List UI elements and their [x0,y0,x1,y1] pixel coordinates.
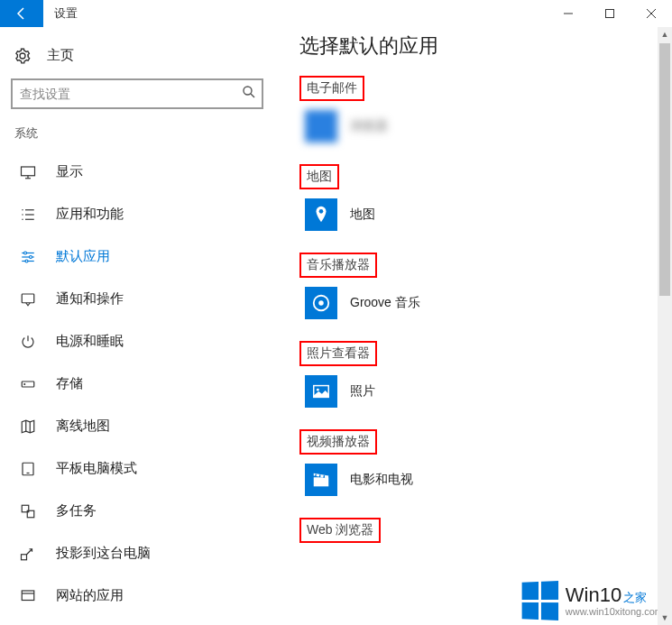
window-title: 设置 [43,0,548,27]
main-panel: 选择默认的应用 电子邮件 浏览器 地图 地图 音乐播放器 Groove 音乐 照… [274,27,672,625]
svg-point-18 [30,255,32,258]
section-label: 视频播放器 [299,429,377,455]
defaults-icon [20,249,36,265]
page-heading: 选择默认的应用 [299,32,672,60]
svg-line-5 [251,94,254,97]
app-icon [305,375,337,408]
nav-label: 显示 [56,163,83,180]
app-name: Groove 音乐 [350,295,420,311]
nav-item-9[interactable]: 投影到这台电脑 [0,532,274,574]
website-icon [20,588,36,604]
default-app-row[interactable]: 照片 [305,375,672,408]
svg-point-20 [25,260,28,262]
nav-item-5[interactable]: 存储 [0,363,274,405]
svg-rect-1 [606,10,614,18]
app-icon [305,110,337,142]
scrollbar-thumb[interactable] [659,43,670,296]
section-label: 照片查看器 [299,341,377,366]
nav-item-4[interactable]: 电源和睡眠 [0,320,274,363]
watermark-brand-zh: 之家 [623,591,647,604]
search-input[interactable] [11,78,263,109]
default-app-row[interactable]: 地图 [305,198,672,231]
windows-logo-icon [521,581,557,620]
section-label: 电子邮件 [299,76,364,101]
default-app-row[interactable]: 浏览器 [305,110,672,142]
nav-label: 离线地图 [56,418,110,435]
nav-item-10[interactable]: 网站的应用 [0,574,274,617]
nav-item-2[interactable]: 默认应用 [0,235,274,278]
watermark: Win10之家 www.win10xitong.com [520,582,663,620]
close-button[interactable] [631,0,672,27]
svg-rect-6 [22,167,35,176]
default-app-row[interactable]: Groove 音乐 [305,287,672,319]
group-label: 系统 [0,122,274,151]
svg-rect-30 [22,554,27,559]
app-icon [305,287,337,319]
project-icon [20,546,36,562]
scroll-down-icon[interactable]: ▼ [658,611,672,625]
display-icon [20,164,36,180]
home-label: 主页 [47,47,74,64]
home-link[interactable]: 主页 [0,38,274,73]
section-label: 音乐播放器 [299,253,377,278]
nav-item-0[interactable]: 显示 [0,151,274,193]
multitask-icon [20,503,36,519]
map-icon [20,418,36,435]
nav-label: 默认应用 [56,248,110,265]
nav-item-1[interactable]: 应用和功能 [0,193,274,235]
app-name: 地图 [350,207,375,223]
watermark-url: www.win10xitong.com [566,607,663,617]
nav-item-7[interactable]: 平板电脑模式 [0,447,274,490]
nav-label: 平板电脑模式 [56,460,137,477]
app-name: 照片 [350,383,375,400]
nav-item-6[interactable]: 离线地图 [0,405,274,447]
svg-rect-38 [314,477,329,486]
apps-icon [20,207,36,223]
nav-item-8[interactable]: 多任务 [0,490,274,532]
nav-label: 投影到这台电脑 [56,545,151,562]
section-label: Web 浏览器 [299,518,381,543]
gear-icon [14,48,31,64]
nav-item-3[interactable]: 通知和操作 [0,278,274,320]
nav-label: 网站的应用 [56,587,124,604]
svg-rect-31 [22,591,34,601]
svg-point-4 [244,87,252,95]
storage-icon [20,376,36,392]
back-button[interactable] [0,0,43,27]
tablet-icon [20,461,36,477]
svg-point-16 [24,252,27,254]
maximize-button[interactable] [589,0,631,27]
app-name: 电影和电视 [350,472,413,488]
sidebar: 主页 系统 显示应用和功能默认应用通知和操作电源和睡眠存储离线地图平板电脑模式多… [0,27,274,625]
nav-label: 通知和操作 [56,290,124,308]
watermark-brand: Win10 [566,584,621,606]
svg-point-35 [318,300,324,306]
search-icon [242,85,256,103]
section-label: 地图 [299,164,339,189]
nav-label: 应用和功能 [56,206,124,223]
svg-point-33 [319,209,324,214]
svg-point-23 [24,383,25,384]
nav-label: 多任务 [56,502,97,519]
power-icon [20,334,36,350]
app-name: 浏览器 [350,118,388,134]
nav-label: 存储 [56,375,83,392]
nav-label: 电源和睡眠 [56,333,124,350]
notifications-icon [20,291,36,308]
scrollbar[interactable]: ▲ ▼ [658,27,672,625]
default-app-row[interactable]: 电影和电视 [305,464,672,496]
svg-rect-21 [22,294,34,303]
minimize-button[interactable] [548,0,589,27]
app-icon [305,198,337,231]
scroll-up-icon[interactable]: ▲ [658,27,672,41]
svg-point-37 [317,389,319,391]
app-icon [305,464,337,496]
